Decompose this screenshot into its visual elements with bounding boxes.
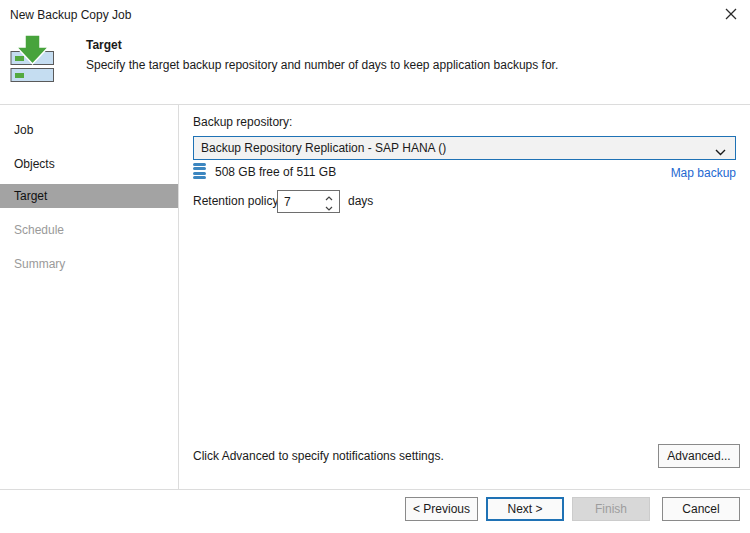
close-icon bbox=[725, 8, 737, 23]
previous-button[interactable]: < Previous bbox=[405, 497, 478, 521]
close-button[interactable] bbox=[714, 2, 748, 28]
map-backup-link[interactable]: Map backup bbox=[671, 166, 736, 180]
sidebar-item-label: Job bbox=[14, 123, 33, 137]
chevron-down-icon bbox=[715, 145, 726, 159]
backup-repository-download-icon bbox=[10, 35, 55, 86]
sidebar-item-schedule[interactable]: Schedule bbox=[0, 218, 178, 242]
chevron-down-icon bbox=[325, 199, 333, 214]
retention-stepper bbox=[277, 190, 340, 213]
sidebar-item-objects[interactable]: Objects bbox=[0, 152, 178, 176]
retention-spin-down-button[interactable] bbox=[323, 202, 335, 211]
sidebar-item-label: Objects bbox=[14, 157, 55, 171]
header-divider bbox=[0, 104, 750, 105]
sidebar-item-label: Schedule bbox=[14, 223, 64, 237]
free-space-text: 508 GB free of 511 GB bbox=[215, 165, 336, 179]
retention-policy-label: Retention policy: bbox=[193, 194, 282, 208]
backup-repository-select[interactable]: Backup Repository Replication - SAP HANA… bbox=[193, 136, 736, 160]
sidebar-item-label: Target bbox=[14, 189, 47, 203]
backup-repository-selected-value: Backup Repository Replication - SAP HANA… bbox=[201, 141, 446, 155]
sidebar-item-label: Summary bbox=[14, 257, 65, 271]
finish-button: Finish bbox=[572, 497, 650, 521]
retention-unit-label: days bbox=[348, 194, 373, 208]
retention-days-input[interactable] bbox=[278, 192, 316, 211]
new-backup-copy-job-dialog: New Backup Copy Job Target Specify the t… bbox=[0, 0, 750, 533]
advanced-hint-text: Click Advanced to specify notifications … bbox=[193, 449, 444, 463]
sidebar-item-job[interactable]: Job bbox=[0, 118, 178, 142]
sidebar-item-target[interactable]: Target bbox=[0, 184, 178, 208]
page-title: Target bbox=[86, 38, 122, 52]
footer-divider bbox=[0, 489, 750, 490]
database-disk-icon bbox=[193, 163, 206, 179]
advanced-button[interactable]: Advanced... bbox=[658, 444, 740, 468]
backup-repository-label: Backup repository: bbox=[193, 115, 292, 129]
sidebar-item-summary[interactable]: Summary bbox=[0, 252, 178, 276]
next-button[interactable]: Next > bbox=[486, 497, 564, 521]
sidebar-divider bbox=[178, 105, 179, 489]
page-description: Specify the target backup repository and… bbox=[86, 58, 558, 72]
window-title: New Backup Copy Job bbox=[10, 8, 131, 22]
cancel-button[interactable]: Cancel bbox=[662, 497, 740, 521]
